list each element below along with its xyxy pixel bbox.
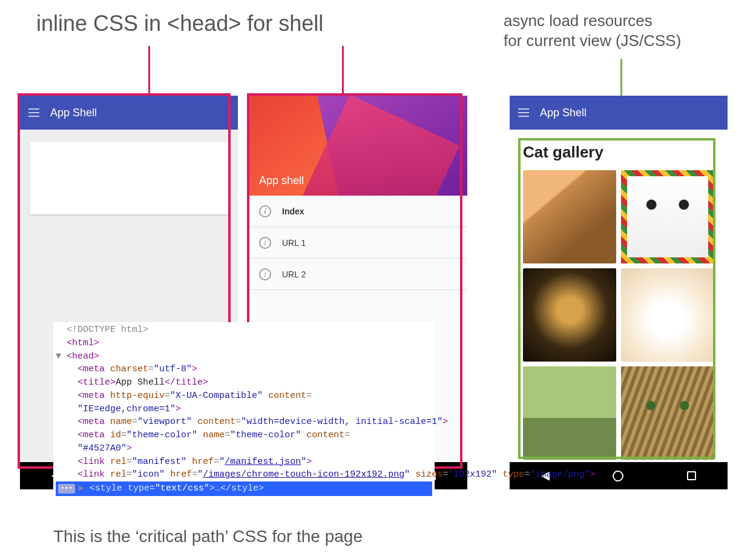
cat-thumbnail[interactable] — [621, 366, 714, 460]
cat-grid — [510, 170, 728, 460]
info-icon: i — [259, 268, 271, 280]
cat-thumbnail[interactable] — [621, 170, 714, 263]
code-line: "IE=edge,chrome=1"> — [56, 403, 432, 416]
code-line: ▼ <head> — [56, 350, 432, 363]
nav-recents-icon[interactable] — [687, 471, 696, 480]
list-item-label: URL 1 — [282, 238, 306, 248]
code-line: <meta http-equiv="X-UA-Compatible" conte… — [56, 389, 432, 403]
code-line: <link rel="manifest" href="/manifest.jso… — [56, 455, 432, 469]
code-line-highlighted: •••▶ <style type="text/css">…</style> — [56, 481, 432, 496]
devtools-code-snippet: <!DOCTYPE html> <html> ▼ <head> <meta ch… — [53, 322, 435, 496]
annotation-critical-path: This is the ‘critical path’ CSS for the … — [53, 527, 363, 546]
hamburger-icon[interactable] — [518, 112, 529, 113]
hamburger-icon[interactable] — [28, 112, 39, 113]
list-item-label: URL 2 — [282, 270, 306, 279]
gallery-title: Cat gallery — [510, 130, 728, 170]
phone2-list-item-url1[interactable]: i URL 1 — [249, 227, 467, 259]
code-line: <!DOCTYPE html> — [56, 323, 432, 337]
code-line: <meta id="theme-color" name="theme-color… — [56, 429, 432, 442]
nav-home-icon[interactable] — [613, 471, 623, 481]
phone3-appbar-title: App Shell — [540, 107, 587, 119]
phone1-empty-card — [30, 142, 228, 214]
callout-line-pink-left — [148, 46, 150, 96]
code-line: <link rel="icon" href="/images/chrome-to… — [56, 468, 432, 481]
phone3-screen: App Shell Cat gallery — [510, 96, 728, 462]
annotation-async-load: async load resources for current view (J… — [504, 11, 681, 50]
callout-line-pink-right — [342, 46, 344, 96]
phone2-list-item-url2[interactable]: i URL 2 — [249, 259, 467, 290]
code-line: <title>App Shell</title> — [56, 376, 432, 389]
annotation-async-line1: async load resources — [504, 12, 652, 30]
phone1-appbar-title: App Shell — [50, 107, 97, 119]
annotation-async-line2: for current view (JS/CSS) — [504, 31, 681, 50]
phone2-hero-label: App shell — [259, 174, 304, 187]
cat-thumbnail[interactable] — [523, 268, 616, 362]
phone3-appbar: App Shell — [510, 96, 728, 130]
code-line: <html> — [56, 337, 432, 350]
info-icon: i — [259, 205, 271, 217]
cat-thumbnail[interactable] — [523, 170, 616, 263]
phone-cat-gallery: App Shell Cat gallery — [510, 96, 728, 489]
cat-thumbnail[interactable] — [621, 268, 714, 362]
code-line: "#4527A0"> — [56, 442, 432, 455]
info-icon: i — [259, 237, 271, 249]
code-line: <meta charset="utf-8"> — [56, 363, 432, 376]
phone1-appbar: App Shell — [20, 96, 238, 130]
code-line: <meta name="viewport" content="width=dev… — [56, 415, 432, 429]
list-item-label: Index — [282, 207, 304, 216]
cat-thumbnail[interactable] — [523, 366, 616, 460]
phone2-hero: App shell — [249, 96, 467, 196]
phone2-list-item-index[interactable]: i Index — [249, 196, 467, 227]
annotation-inline-css: inline CSS in <head> for shell — [36, 11, 323, 36]
